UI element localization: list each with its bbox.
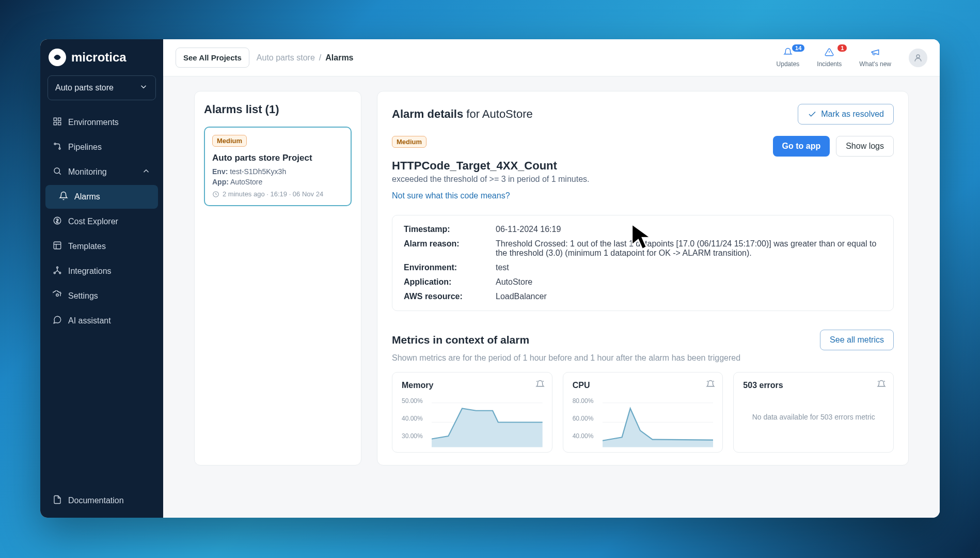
svg-rect-1 <box>58 118 61 120</box>
memory-chart <box>432 397 543 447</box>
alarm-item-title: Auto parts store Project <box>212 153 343 163</box>
svg-point-13 <box>54 272 55 274</box>
alarm-item-env: Env: test-S1Dh5Kyx3h <box>212 167 343 176</box>
gear-icon <box>53 290 62 302</box>
mark-as-resolved-button[interactable]: Mark as resolved <box>798 104 894 125</box>
kv-value: 06-11-2024 16:19 <box>496 225 882 234</box>
severity-badge: Medium <box>392 136 426 148</box>
topbar: See All Projects Auto parts store / Alar… <box>163 39 940 76</box>
alarm-bell-icon[interactable] <box>535 380 545 391</box>
kv-value: AutoStore <box>496 277 882 287</box>
kv-value: test <box>496 263 882 272</box>
kv-key: Environment: <box>404 263 486 272</box>
see-all-projects-button[interactable]: See All Projects <box>176 48 249 68</box>
kv-value: Threshold Crossed: 1 out of the last 1 d… <box>496 239 882 258</box>
sidebar-item-monitoring[interactable]: Monitoring <box>45 160 158 184</box>
sidebar-item-label: Integrations <box>68 267 112 276</box>
document-icon <box>53 495 62 506</box>
svg-rect-2 <box>54 122 56 125</box>
metric-title: Memory <box>402 381 543 390</box>
alarm-item-app: App: AutoStore <box>212 178 343 186</box>
project-select-label: Auto parts store <box>55 83 114 92</box>
metric-card-memory: Memory 50.00% 40.00% 30.00% <box>392 372 552 453</box>
brand-name: microtica <box>71 50 127 65</box>
breadcrumb: Auto parts store / Alarms <box>257 53 354 63</box>
avatar[interactable] <box>909 49 927 67</box>
sidebar-item-label: Monitoring <box>68 167 107 177</box>
alarm-bell-icon[interactable] <box>706 380 715 391</box>
help-link[interactable]: Not sure what this code means? <box>392 191 510 200</box>
sidebar-item-label: Documentation <box>68 496 124 505</box>
metric-title: 503 errors <box>743 381 884 390</box>
svg-point-18 <box>916 55 920 58</box>
integrations-icon <box>53 266 62 277</box>
sidebar-item-label: Cost Explorer <box>68 217 118 226</box>
bell-icon <box>59 191 68 203</box>
kv-key: Alarm reason: <box>404 239 486 258</box>
show-logs-button[interactable]: Show logs <box>836 136 894 157</box>
alarm-metric-desc: exceeded the threshold of >= 3 in period… <box>392 175 589 184</box>
sidebar-item-environments[interactable]: Environments <box>45 111 158 134</box>
metric-title: CPU <box>573 381 714 390</box>
whats-new-label: What's new <box>859 60 891 68</box>
pipeline-icon <box>53 142 62 153</box>
sidebar-item-settings[interactable]: Settings <box>45 284 158 308</box>
dollar-icon <box>53 216 62 227</box>
no-data-text: No data available for 503 errors metric <box>743 397 884 421</box>
sidebar-item-label: Templates <box>68 242 106 251</box>
incidents-button[interactable]: 1 Incidents <box>817 48 842 68</box>
project-select[interactable]: Auto parts store <box>48 75 156 100</box>
go-to-app-button[interactable]: Go to app <box>773 136 830 157</box>
svg-point-4 <box>54 143 56 145</box>
sidebar-item-label: Environments <box>68 118 119 127</box>
incidents-count: 1 <box>837 44 847 52</box>
brand: microtica <box>45 49 158 73</box>
grid-icon <box>53 117 62 128</box>
svg-rect-3 <box>58 122 61 125</box>
alarms-list-panel: Alarms list (1) Medium Auto parts store … <box>194 91 361 466</box>
chat-icon <box>53 315 62 327</box>
sidebar-item-label: Alarms <box>74 192 100 202</box>
svg-point-12 <box>57 267 58 268</box>
breadcrumb-current: Alarms <box>325 53 353 63</box>
sidebar-item-label: AI assistant <box>68 316 111 326</box>
kv-key: Timestamp: <box>404 225 486 234</box>
updates-count: 14 <box>792 44 804 52</box>
updates-button[interactable]: 14 Updates <box>777 48 800 68</box>
metric-card-cpu: CPU 80.00% 60.00% 40.00% <box>563 372 723 453</box>
sidebar-item-integrations[interactable]: Integrations <box>45 259 158 283</box>
sidebar-item-documentation[interactable]: Documentation <box>45 489 158 513</box>
alarm-details-title: Alarm details for AutoStore <box>392 107 533 121</box>
search-icon <box>53 166 62 178</box>
alarm-bell-icon[interactable] <box>877 380 886 391</box>
kv-key: Application: <box>404 277 486 287</box>
bell-icon <box>783 48 793 58</box>
metrics-title: Metrics in context of alarm <box>392 334 529 346</box>
whats-new-button[interactable]: What's new <box>859 48 891 68</box>
sidebar: microtica Auto parts store Environments … <box>40 39 163 518</box>
see-all-metrics-button[interactable]: See all metrics <box>820 330 894 350</box>
sidebar-item-alarms[interactable]: Alarms <box>45 185 158 209</box>
sidebar-item-templates[interactable]: Templates <box>45 235 158 258</box>
kv-value: LoadBalancer <box>496 292 882 301</box>
cpu-chart <box>603 397 714 447</box>
breadcrumb-parent[interactable]: Auto parts store <box>257 53 315 63</box>
updates-label: Updates <box>777 60 800 68</box>
brand-logo-icon <box>49 49 66 66</box>
sidebar-item-label: Pipelines <box>68 143 102 152</box>
alarm-list-item[interactable]: Medium Auto parts store Project Env: tes… <box>204 127 352 206</box>
chevron-down-icon <box>139 82 148 94</box>
svg-line-7 <box>59 173 60 174</box>
sidebar-item-label: Settings <box>68 291 98 301</box>
breadcrumb-sep: / <box>319 53 321 63</box>
svg-rect-0 <box>54 118 56 120</box>
sidebar-item-pipelines[interactable]: Pipelines <box>45 135 158 159</box>
alarm-details-box: Timestamp:06-11-2024 16:19 Alarm reason:… <box>392 215 894 311</box>
sidebar-item-ai-assistant[interactable]: AI assistant <box>45 309 158 333</box>
metric-card-503-errors: 503 errors No data available for 503 err… <box>733 372 894 453</box>
kv-key: AWS resource: <box>404 292 486 301</box>
svg-point-5 <box>59 148 60 149</box>
sidebar-nav: Environments Pipelines Monitoring Alarms… <box>45 111 158 333</box>
megaphone-icon <box>871 48 880 58</box>
sidebar-item-cost-explorer[interactable]: Cost Explorer <box>45 210 158 234</box>
